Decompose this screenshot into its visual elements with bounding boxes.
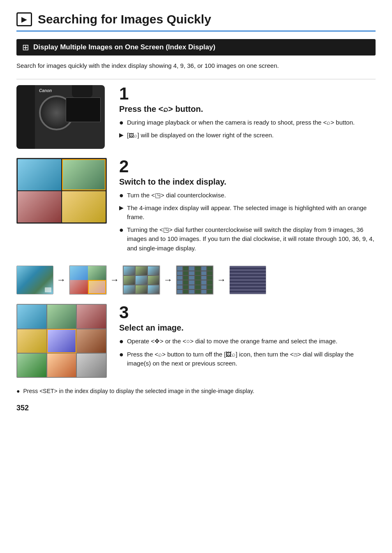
- g36-31: [177, 289, 183, 294]
- step-2-bullet-list: ● Turn the <◳> dial counterclockwise. ▶ …: [119, 191, 376, 253]
- step-3-bullet-1-text: Operate <✥> or the <○> dial to move the …: [127, 337, 376, 346]
- step-3-bullet-list: ● Operate <✥> or the <○> dial to move th…: [119, 337, 376, 368]
- flow-thumb-4-grid: [69, 266, 106, 294]
- g36-1: [177, 266, 183, 271]
- g36-4: [195, 266, 201, 271]
- flow-thumb-9-grid: [123, 266, 160, 294]
- gallery-cell-8: [47, 353, 77, 377]
- intro-text: Search for images quickly with the index…: [16, 61, 376, 71]
- section-header-text: Display Multiple Images on One Screen (I…: [33, 43, 215, 51]
- g36-24: [207, 280, 213, 285]
- g36-10: [195, 271, 201, 275]
- g36-26: [183, 285, 189, 289]
- flow-arrow-3: →: [164, 275, 173, 285]
- g36-12: [207, 271, 213, 275]
- camera-grip: [16, 85, 35, 149]
- page-title-section: ▶ Searching for Images Quickly: [16, 12, 376, 32]
- bullet-dot-2a: ●: [119, 191, 124, 200]
- grid4-cell-2: [88, 266, 106, 280]
- index-thumb-1: [18, 159, 61, 190]
- page-title: Searching for Images Quickly: [38, 12, 211, 26]
- gallery-cell-9: [76, 353, 106, 377]
- step-3-number: 3: [119, 304, 376, 321]
- footer-note-dot: ●: [16, 387, 20, 396]
- grid4-cell-3: [70, 280, 88, 294]
- g36-29: [201, 285, 207, 289]
- g36-7: [177, 271, 183, 275]
- step-1-image-col: Canon: [16, 85, 111, 149]
- divider: [16, 79, 376, 79]
- g36-17: [201, 275, 207, 280]
- grid9-cell-4: [123, 275, 135, 285]
- camera-top-bump: [72, 85, 92, 97]
- g36-2: [183, 266, 189, 271]
- flow-arrow-4: →: [217, 275, 226, 285]
- grid9-cell-7: [123, 285, 135, 294]
- g36-32: [183, 289, 189, 294]
- gallery-cell-1: [17, 304, 47, 329]
- step-2-row: 2 Switch to the index display. ● Turn th…: [16, 158, 376, 257]
- step-1-bullet-1: ● During image playback or when the came…: [119, 118, 376, 127]
- step-1-number: 1: [119, 85, 376, 102]
- step-2-bullet-2: ▶ The 4-image index display will appear.…: [119, 204, 376, 222]
- g36-22: [195, 280, 201, 285]
- g36-18: [207, 275, 213, 280]
- footer-note-text: Press <SET> in the index display to disp…: [23, 387, 254, 396]
- g36-36: [207, 289, 213, 294]
- bullet-dot-3b: ●: [119, 350, 124, 359]
- play-icon: ▶: [21, 15, 27, 24]
- g36-8: [183, 271, 189, 275]
- step-3-row: 3 Select an image. ● Operate <✥> or the …: [16, 304, 376, 378]
- g36-5: [201, 266, 207, 271]
- grid9-cell-6: [148, 275, 159, 285]
- g36-11: [201, 271, 207, 275]
- step-1-bullet-1-text: During image playback or when the camera…: [127, 118, 376, 127]
- flow-thumb-36: [176, 265, 214, 295]
- g36-28: [195, 285, 201, 289]
- step-1-bullet-2-text: [🖼⌕] will be displayed on the lower righ…: [127, 131, 376, 140]
- bullet-dot: ●: [119, 118, 124, 127]
- g36-27: [189, 285, 195, 289]
- step-2-bullet-1-text: Turn the <◳> dial counterclockwise.: [127, 191, 376, 200]
- gallery-cell-7: [17, 353, 47, 377]
- g36-9: [189, 271, 195, 275]
- g36-23: [201, 280, 207, 285]
- index-thumb-4: [62, 191, 106, 222]
- step-2-bullet-3-text: Turning the <◳> dial further countercloc…: [127, 225, 376, 253]
- step-2-bullet-2-text: The 4-image index display will appear. T…: [127, 204, 376, 222]
- step-2-bullet-1: ● Turn the <◳> dial counterclockwise.: [119, 191, 376, 200]
- grid9-cell-3: [148, 266, 159, 275]
- grid9-cell-2: [135, 266, 147, 275]
- step-3-title: Select an image.: [119, 323, 376, 333]
- gallery-cell-5: [47, 329, 77, 353]
- g36-6: [207, 266, 213, 271]
- grid9-cell-9: [148, 285, 159, 294]
- page-number: 352: [16, 404, 376, 412]
- g36-20: [183, 280, 189, 285]
- step-2-bullet-3: ● Turning the <◳> dial further countercl…: [119, 225, 376, 253]
- g36-15: [189, 275, 195, 280]
- g36-21: [189, 280, 195, 285]
- step-3-content: 3 Select an image. ● Operate <✥> or the …: [119, 304, 376, 378]
- step-1-bullet-2: ▶ [🖼⌕] will be displayed on the lower ri…: [119, 131, 376, 140]
- g36-35: [201, 289, 207, 294]
- g36-3: [189, 266, 195, 271]
- step-1-content: 1 Press the <⌕> button. ● During image p…: [119, 85, 376, 149]
- g36-13: [177, 275, 183, 280]
- g36-30: [207, 285, 213, 289]
- camera-lcd: [66, 97, 101, 122]
- gallery-cell-3: [76, 304, 106, 329]
- flow-thumb-9: [122, 265, 160, 295]
- step-1-bullet-list: ● During image playback or when the came…: [119, 118, 376, 140]
- play-icon-box: ▶: [16, 12, 32, 26]
- step-3-bullet-1: ● Operate <✥> or the <○> dial to move th…: [119, 337, 376, 346]
- gallery-cell-6: [76, 329, 106, 353]
- index-thumb-2: [62, 159, 106, 190]
- bullet-dot-3a: ●: [119, 337, 124, 346]
- gallery-cell-4: [17, 329, 47, 353]
- step-3-image-col: [16, 304, 111, 378]
- step-3-bullet-2-text: Press the <⌕> button to turn off the [🖼⌕…: [127, 350, 376, 368]
- step-2-title: Switch to the index display.: [119, 177, 376, 187]
- gallery-9-display: [16, 304, 107, 378]
- flow-thumb-100: [229, 266, 266, 294]
